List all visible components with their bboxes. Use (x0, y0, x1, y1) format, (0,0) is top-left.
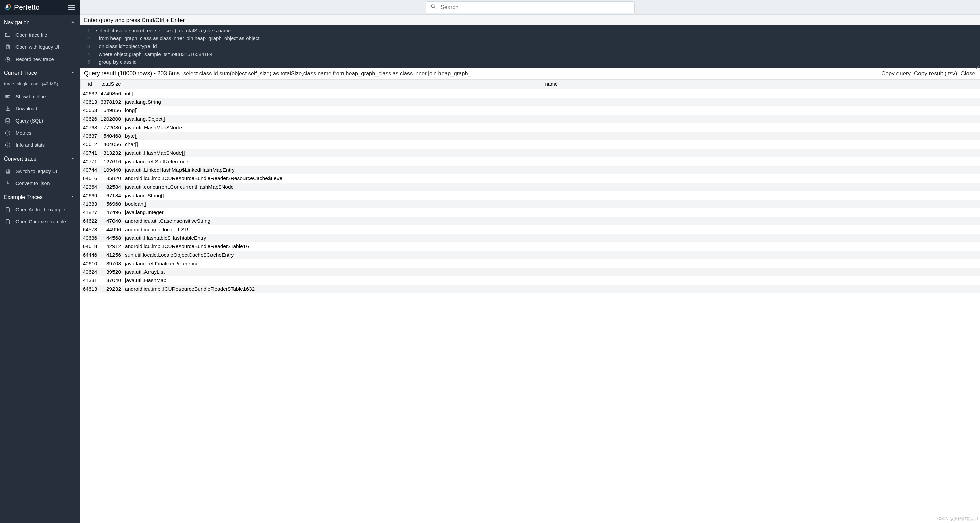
table-row[interactable]: 406531649856long[] (81, 106, 980, 114)
editor-line[interactable]: 4 where object.graph_sample_ts=398831516… (83, 50, 978, 58)
table-row[interactable]: 4182747496java.lang.Integer (81, 208, 980, 216)
svg-rect-5 (68, 9, 75, 10)
section-navigation[interactable]: Navigation (0, 15, 81, 29)
cell-id: 40610 (81, 259, 99, 268)
editor-code[interactable]: select class.id,sum(object.self_size) as… (96, 27, 231, 34)
result-table: id totalSize name 406324749856int[]40613… (81, 79, 980, 293)
sidebar-item-open-legacy[interactable]: Open with legacy UI (0, 41, 81, 53)
cell-name: java.lang.ref.SoftReference (123, 157, 980, 166)
table-row[interactable]: 40744109440java.util.LinkedHashMap$Linke… (81, 166, 980, 174)
sidebar-item-record[interactable]: Record new trace (0, 53, 81, 65)
sidebar-item-switch-legacy[interactable]: Switch to legacy UI (0, 165, 81, 178)
editor-line[interactable]: 2 from heap_graph_class as class inner j… (83, 34, 978, 42)
cell-totalsize: 42912 (99, 242, 123, 250)
menu-toggle-button[interactable] (66, 2, 77, 13)
sql-editor[interactable]: 1select class.id,sum(object.self_size) a… (81, 25, 980, 68)
cell-id: 40741 (81, 149, 99, 157)
sidebar-item-show-timeline[interactable]: Show timeline (0, 90, 81, 103)
section-example-traces[interactable]: Example Traces (0, 190, 81, 204)
sidebar-item-label: Switch to legacy UI (16, 169, 57, 174)
brand: Perfetto (4, 3, 66, 12)
table-row[interactable]: 40637540468byte[] (81, 132, 980, 140)
sidebar-item-open-trace[interactable]: Open trace file (0, 29, 81, 41)
cell-totalsize: 44996 (99, 225, 123, 234)
sidebar-item-open-chrome-example[interactable]: Open Chrome example (0, 216, 81, 228)
table-row[interactable]: 40741313232java.util.HashMap$Node[] (81, 149, 980, 157)
close-results-button[interactable]: Close (961, 70, 975, 77)
main-pane: Enter query and press Cmd/Ctrl + Enter 1… (81, 0, 980, 523)
table-row[interactable]: 6461329232android.icu.impl.ICUResourceBu… (81, 285, 980, 293)
info-icon (5, 142, 11, 148)
table-row[interactable]: 4062439520java.util.ArrayList (81, 268, 980, 276)
cell-id: 64622 (81, 217, 99, 225)
section-title: Navigation (4, 19, 30, 25)
table-row[interactable]: 4138356960boolean[] (81, 200, 980, 208)
table-row[interactable]: 4236482584java.util.concurrent.Concurren… (81, 183, 980, 191)
cell-name: android.icu.impl.ICUResourceBundleReader… (123, 285, 980, 293)
result-title: Query result (10000 rows) - 203.6ms (84, 70, 180, 77)
table-row[interactable]: 40768772080java.util.HashMap$Node (81, 123, 980, 132)
table-row[interactable]: 6457344996android.icu.impl.locale.LSR (81, 225, 980, 234)
line-number: 5 (83, 58, 90, 66)
sidebar-item-query-sql[interactable]: Query (SQL) (0, 115, 81, 127)
editor-line[interactable]: 1select class.id,sum(object.self_size) a… (83, 27, 978, 34)
sidebar-item-info[interactable]: Info and stats (0, 139, 81, 151)
search-box[interactable] (426, 2, 635, 13)
table-row[interactable]: 406133378192java.lang.String (81, 98, 980, 106)
col-id[interactable]: id (81, 80, 99, 89)
result-sql-echo: select class.id,sum(object.self_size) as… (183, 70, 878, 77)
cell-id: 40637 (81, 132, 99, 140)
cell-id: 41383 (81, 200, 99, 208)
cell-totalsize: 3378192 (99, 98, 123, 106)
cell-name: sun.util.locale.LocaleObjectCache$CacheE… (123, 251, 980, 259)
table-row[interactable]: 40771127616java.lang.ref.SoftReference (81, 157, 980, 166)
sidebar-item-metrics[interactable]: Metrics (0, 127, 81, 139)
line-number: 4 (83, 50, 90, 58)
sidebar-item-label: Metrics (16, 130, 31, 136)
chevron-up-icon (70, 19, 75, 25)
editor-line[interactable]: 5 group by class.id (83, 58, 978, 66)
editor-code[interactable]: from heap_graph_class as class inner joi… (96, 34, 259, 42)
editor-line[interactable]: 3 on class.id=object.type_id (83, 43, 978, 50)
app-topbar: Perfetto (0, 0, 81, 15)
cell-name: android.icu.impl.locale.LSR (123, 225, 980, 234)
table-row[interactable]: 4068644568java.util.Hashtable$HashtableE… (81, 234, 980, 242)
table-row[interactable]: 40612404056char[] (81, 140, 980, 148)
cell-totalsize: 1202800 (99, 115, 123, 123)
table-row[interactable]: 406261202800java.lang.Object[] (81, 115, 980, 123)
resize-grip-icon[interactable] (975, 63, 979, 67)
cell-totalsize: 56960 (99, 200, 123, 208)
table-row[interactable]: 4061039708java.lang.ref.FinalizerReferen… (81, 259, 980, 268)
cell-totalsize: 85820 (99, 174, 123, 182)
sidebar-item-open-android-example[interactable]: Open Android example (0, 204, 81, 216)
copy-result-tsv-button[interactable]: Copy result (.tsv) (914, 70, 957, 77)
cell-name: java.util.HashMap$Node (123, 123, 980, 132)
table-row[interactable]: 6444641256sun.util.locale.LocaleObjectCa… (81, 251, 980, 259)
section-convert-trace[interactable]: Convert trace (0, 151, 81, 165)
section-title: Example Traces (4, 194, 43, 200)
table-row[interactable]: 4133137040java.util.HashMap (81, 276, 980, 284)
editor-code[interactable]: group by class.id (96, 58, 137, 66)
table-row[interactable]: 406324749856int[] (81, 89, 980, 98)
sidebar-item-download[interactable]: Download (0, 103, 81, 115)
search-input[interactable] (441, 4, 630, 11)
table-row[interactable]: 6461685820android.icu.impl.ICUResourceBu… (81, 174, 980, 182)
gauge-icon (5, 130, 11, 136)
cell-name: byte[] (123, 132, 980, 140)
col-name[interactable]: name (123, 80, 980, 89)
copy-query-button[interactable]: Copy query (881, 70, 911, 77)
editor-code[interactable]: where object.graph_sample_ts=39883151658… (96, 50, 213, 58)
table-row[interactable]: 6462247040android.icu.util.CaseInsensiti… (81, 217, 980, 225)
svg-rect-10 (5, 95, 10, 95)
col-totalsize[interactable]: totalSize (99, 80, 123, 89)
sidebar-item-convert-json[interactable]: Convert to .json (0, 178, 81, 190)
cell-totalsize: 39708 (99, 259, 123, 268)
cell-totalsize: 47496 (99, 208, 123, 216)
result-table-container[interactable]: id totalSize name 406324749856int[]40613… (81, 79, 980, 523)
cell-id: 40632 (81, 89, 99, 98)
table-row[interactable]: 4066967184java.lang.String[] (81, 191, 980, 200)
editor-code[interactable]: on class.id=object.type_id (96, 43, 157, 50)
table-row[interactable]: 6461842912android.icu.impl.ICUResourceBu… (81, 242, 980, 250)
section-current-trace[interactable]: Current Trace (0, 65, 81, 79)
section-title: Convert trace (4, 156, 37, 162)
